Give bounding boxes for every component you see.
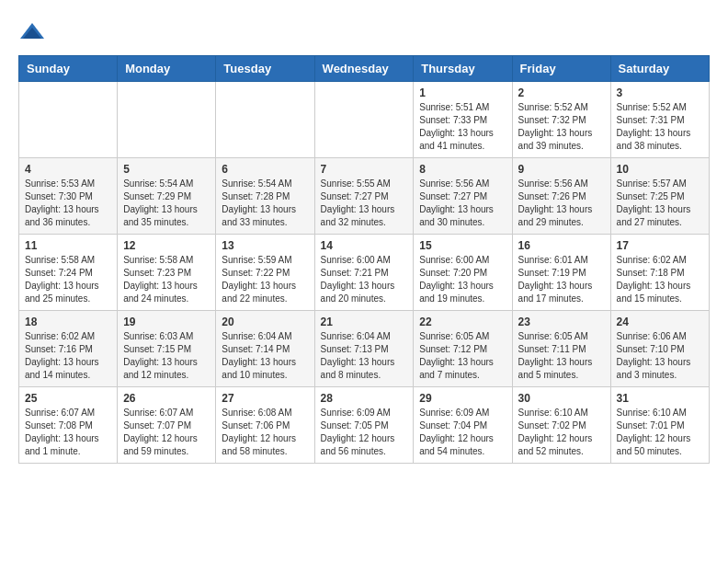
day-info: Sunrise: 6:07 AMSunset: 7:07 PMDaylight:… bbox=[123, 407, 210, 458]
day-number: 29 bbox=[419, 392, 506, 405]
calendar-cell: 2Sunrise: 5:52 AMSunset: 7:32 PMDaylight… bbox=[512, 82, 610, 158]
calendar-cell: 11Sunrise: 5:58 AMSunset: 7:24 PMDayligh… bbox=[19, 235, 118, 311]
day-info: Sunrise: 5:55 AMSunset: 7:27 PMDaylight:… bbox=[321, 178, 408, 229]
calendar-cell: 10Sunrise: 5:57 AMSunset: 7:25 PMDayligh… bbox=[610, 158, 709, 235]
day-number: 8 bbox=[419, 163, 506, 176]
calendar-cell: 23Sunrise: 6:05 AMSunset: 7:11 PMDayligh… bbox=[512, 311, 610, 387]
day-info: Sunrise: 6:10 AMSunset: 7:01 PMDaylight:… bbox=[617, 407, 703, 458]
day-info: Sunrise: 6:04 AMSunset: 7:14 PMDaylight:… bbox=[222, 330, 308, 382]
day-info: Sunrise: 6:06 AMSunset: 7:10 PMDaylight:… bbox=[617, 330, 703, 382]
calendar-cell: 7Sunrise: 5:55 AMSunset: 7:27 PMDaylight… bbox=[314, 158, 414, 235]
day-number: 17 bbox=[617, 239, 703, 252]
calendar-cell: 1Sunrise: 5:51 AMSunset: 7:33 PMDaylight… bbox=[414, 82, 512, 158]
calendar-week-row: 4Sunrise: 5:53 AMSunset: 7:30 PMDaylight… bbox=[19, 158, 710, 235]
day-number: 2 bbox=[518, 86, 605, 99]
day-info: Sunrise: 5:54 AMSunset: 7:28 PMDaylight:… bbox=[222, 178, 308, 229]
day-number: 14 bbox=[321, 239, 408, 252]
col-wednesday: Wednesday bbox=[314, 56, 414, 82]
col-tuesday: Tuesday bbox=[216, 56, 314, 82]
calendar-cell: 13Sunrise: 5:59 AMSunset: 7:22 PMDayligh… bbox=[216, 235, 314, 311]
col-sunday: Sunday bbox=[19, 56, 118, 82]
calendar-cell: 6Sunrise: 5:54 AMSunset: 7:28 PMDaylight… bbox=[216, 158, 314, 235]
calendar-cell: 9Sunrise: 5:56 AMSunset: 7:26 PMDaylight… bbox=[512, 158, 610, 235]
calendar-week-row: 25Sunrise: 6:07 AMSunset: 7:08 PMDayligh… bbox=[19, 387, 710, 464]
day-number: 7 bbox=[321, 163, 408, 176]
day-number: 12 bbox=[123, 239, 210, 252]
day-info: Sunrise: 6:05 AMSunset: 7:11 PMDaylight:… bbox=[518, 330, 605, 382]
day-number: 5 bbox=[123, 163, 210, 176]
calendar-week-row: 18Sunrise: 6:02 AMSunset: 7:16 PMDayligh… bbox=[19, 311, 710, 387]
calendar-cell: 31Sunrise: 6:10 AMSunset: 7:01 PMDayligh… bbox=[610, 387, 709, 464]
day-info: Sunrise: 5:58 AMSunset: 7:24 PMDaylight:… bbox=[25, 254, 111, 305]
calendar-cell: 5Sunrise: 5:54 AMSunset: 7:29 PMDaylight… bbox=[118, 158, 216, 235]
day-number: 23 bbox=[518, 316, 605, 328]
calendar-cell: 16Sunrise: 6:01 AMSunset: 7:19 PMDayligh… bbox=[512, 235, 610, 311]
day-info: Sunrise: 6:02 AMSunset: 7:16 PMDaylight:… bbox=[25, 330, 111, 382]
day-number: 20 bbox=[222, 316, 308, 328]
day-number: 4 bbox=[25, 163, 111, 176]
day-number: 26 bbox=[123, 392, 210, 405]
day-info: Sunrise: 5:54 AMSunset: 7:29 PMDaylight:… bbox=[123, 178, 210, 229]
day-info: Sunrise: 6:00 AMSunset: 7:21 PMDaylight:… bbox=[321, 254, 408, 305]
calendar-week-row: 1Sunrise: 5:51 AMSunset: 7:33 PMDaylight… bbox=[19, 82, 710, 158]
day-info: Sunrise: 5:52 AMSunset: 7:32 PMDaylight:… bbox=[518, 101, 605, 153]
day-number: 30 bbox=[518, 392, 605, 405]
day-number: 27 bbox=[222, 392, 308, 405]
calendar-cell: 20Sunrise: 6:04 AMSunset: 7:14 PMDayligh… bbox=[216, 311, 314, 387]
day-info: Sunrise: 5:53 AMSunset: 7:30 PMDaylight:… bbox=[25, 178, 111, 229]
calendar-cell: 12Sunrise: 5:58 AMSunset: 7:23 PMDayligh… bbox=[118, 235, 216, 311]
calendar-cell: 29Sunrise: 6:09 AMSunset: 7:04 PMDayligh… bbox=[414, 387, 512, 464]
calendar-cell: 3Sunrise: 5:52 AMSunset: 7:31 PMDaylight… bbox=[610, 82, 709, 158]
day-number: 6 bbox=[222, 163, 308, 176]
calendar-cell: 21Sunrise: 6:04 AMSunset: 7:13 PMDayligh… bbox=[314, 311, 414, 387]
day-info: Sunrise: 5:51 AMSunset: 7:33 PMDaylight:… bbox=[419, 101, 506, 153]
day-info: Sunrise: 5:57 AMSunset: 7:25 PMDaylight:… bbox=[617, 178, 703, 229]
day-number: 24 bbox=[617, 316, 703, 328]
day-info: Sunrise: 6:03 AMSunset: 7:15 PMDaylight:… bbox=[123, 330, 210, 382]
calendar-cell: 15Sunrise: 6:00 AMSunset: 7:20 PMDayligh… bbox=[414, 235, 512, 311]
calendar-cell bbox=[216, 82, 314, 158]
calendar-cell: 27Sunrise: 6:08 AMSunset: 7:06 PMDayligh… bbox=[216, 387, 314, 464]
day-number: 31 bbox=[617, 392, 703, 405]
day-number: 19 bbox=[123, 316, 210, 328]
day-info: Sunrise: 6:02 AMSunset: 7:18 PMDaylight:… bbox=[617, 254, 703, 305]
day-number: 15 bbox=[419, 239, 506, 252]
day-number: 21 bbox=[321, 316, 408, 328]
calendar-cell bbox=[118, 82, 216, 158]
day-info: Sunrise: 6:05 AMSunset: 7:12 PMDaylight:… bbox=[419, 330, 506, 382]
day-info: Sunrise: 5:52 AMSunset: 7:31 PMDaylight:… bbox=[617, 101, 703, 153]
logo bbox=[18, 18, 50, 46]
calendar-cell: 19Sunrise: 6:03 AMSunset: 7:15 PMDayligh… bbox=[118, 311, 216, 387]
page-header bbox=[18, 18, 710, 46]
calendar-cell: 24Sunrise: 6:06 AMSunset: 7:10 PMDayligh… bbox=[610, 311, 709, 387]
calendar-cell: 28Sunrise: 6:09 AMSunset: 7:05 PMDayligh… bbox=[314, 387, 414, 464]
day-info: Sunrise: 6:00 AMSunset: 7:20 PMDaylight:… bbox=[419, 254, 506, 305]
calendar-cell: 26Sunrise: 6:07 AMSunset: 7:07 PMDayligh… bbox=[118, 387, 216, 464]
calendar-cell: 4Sunrise: 5:53 AMSunset: 7:30 PMDaylight… bbox=[19, 158, 118, 235]
calendar-cell: 25Sunrise: 6:07 AMSunset: 7:08 PMDayligh… bbox=[19, 387, 118, 464]
calendar-cell: 30Sunrise: 6:10 AMSunset: 7:02 PMDayligh… bbox=[512, 387, 610, 464]
day-number: 3 bbox=[617, 86, 703, 99]
day-info: Sunrise: 5:59 AMSunset: 7:22 PMDaylight:… bbox=[222, 254, 308, 305]
day-info: Sunrise: 6:10 AMSunset: 7:02 PMDaylight:… bbox=[518, 407, 605, 458]
day-info: Sunrise: 6:08 AMSunset: 7:06 PMDaylight:… bbox=[222, 407, 308, 458]
day-info: Sunrise: 6:07 AMSunset: 7:08 PMDaylight:… bbox=[25, 407, 111, 458]
day-info: Sunrise: 6:09 AMSunset: 7:04 PMDaylight:… bbox=[419, 407, 506, 458]
col-monday: Monday bbox=[118, 56, 216, 82]
day-number: 9 bbox=[518, 163, 605, 176]
col-friday: Friday bbox=[512, 56, 610, 82]
day-number: 11 bbox=[25, 239, 111, 252]
day-number: 1 bbox=[419, 86, 506, 99]
col-thursday: Thursday bbox=[414, 56, 512, 82]
logo-icon bbox=[18, 18, 46, 46]
day-number: 28 bbox=[321, 392, 408, 405]
calendar-cell: 22Sunrise: 6:05 AMSunset: 7:12 PMDayligh… bbox=[414, 311, 512, 387]
calendar-cell: 17Sunrise: 6:02 AMSunset: 7:18 PMDayligh… bbox=[610, 235, 709, 311]
day-info: Sunrise: 5:56 AMSunset: 7:27 PMDaylight:… bbox=[419, 178, 506, 229]
day-number: 16 bbox=[518, 239, 605, 252]
day-number: 25 bbox=[25, 392, 111, 405]
day-number: 10 bbox=[617, 163, 703, 176]
calendar-cell: 14Sunrise: 6:00 AMSunset: 7:21 PMDayligh… bbox=[314, 235, 414, 311]
calendar-cell: 18Sunrise: 6:02 AMSunset: 7:16 PMDayligh… bbox=[19, 311, 118, 387]
calendar-cell bbox=[19, 82, 118, 158]
